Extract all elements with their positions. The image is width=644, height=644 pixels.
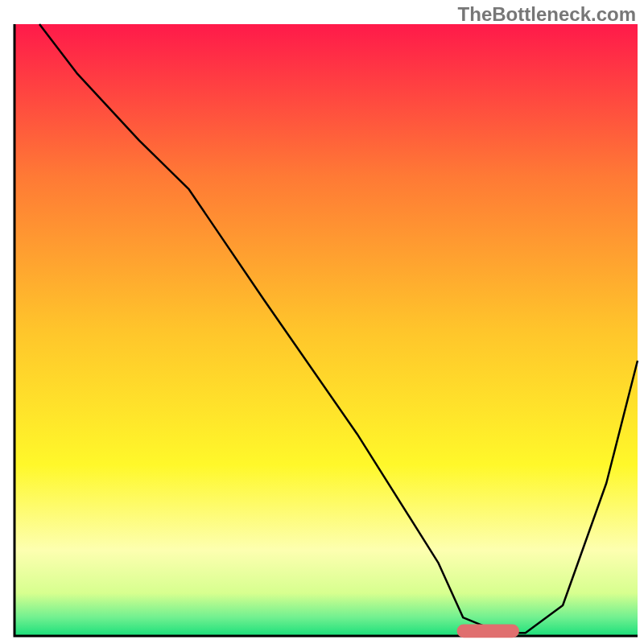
watermark-text: TheBottleneck.com xyxy=(458,3,636,26)
bottleneck-chart xyxy=(0,0,644,644)
optimal-zone-marker xyxy=(457,625,519,638)
chart-background xyxy=(14,24,638,636)
chart-container: TheBottleneck.com xyxy=(0,0,644,644)
